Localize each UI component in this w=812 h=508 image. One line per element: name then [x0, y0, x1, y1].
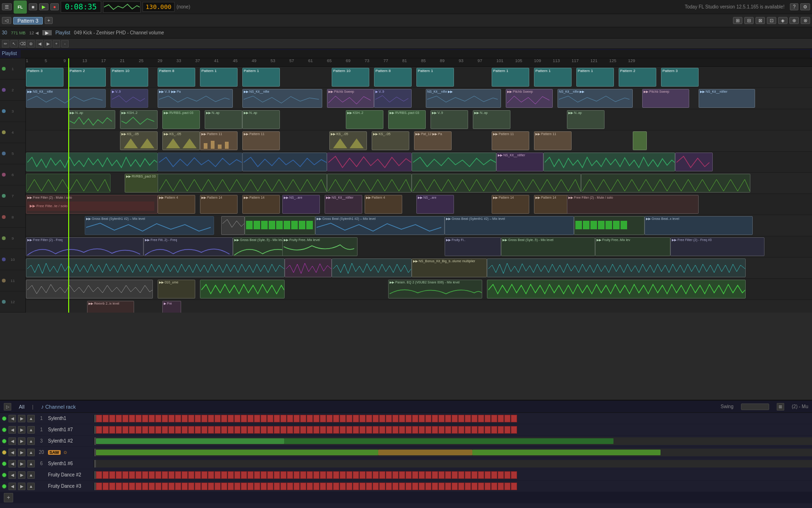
- track-dot-7[interactable]: [2, 194, 6, 198]
- pattern-block[interactable]: ▶▶ Fruity Free..Mix lev: [595, 237, 670, 256]
- seq-step[interactable]: [247, 415, 254, 422]
- seq-step[interactable]: [103, 426, 109, 434]
- seq-step[interactable]: [267, 483, 273, 490]
- seq-step[interactable]: [116, 415, 122, 422]
- channel-rack-all[interactable]: All: [19, 404, 24, 410]
- seq-step[interactable]: [386, 483, 392, 490]
- channel-seq-3[interactable]: [94, 435, 812, 446]
- seq-step[interactable]: [458, 471, 464, 479]
- seq-step[interactable]: [511, 471, 517, 479]
- seq-step[interactable]: [109, 426, 115, 434]
- track-dot-9[interactable]: [2, 236, 6, 240]
- pattern-block[interactable]: ▶▶ NS_Kit__nlifier: [496, 153, 543, 171]
- seq-step[interactable]: [392, 483, 398, 490]
- seq-step[interactable]: [247, 483, 254, 490]
- channel-mute-6[interactable]: ◀: [8, 471, 16, 479]
- seq-step[interactable]: [155, 426, 161, 434]
- channel-rack-options[interactable]: ⊞: [777, 403, 784, 411]
- pattern-block[interactable]: ▶▶ Pattern 4: [158, 195, 195, 214]
- pattern-block[interactable]: ▶▶ KS_..05: [372, 131, 409, 150]
- pattern-block[interactable]: ▶▶ Gross Beat (Syle..5) - Mix level: [501, 237, 595, 256]
- seq-step[interactable]: [294, 415, 300, 422]
- seq-step[interactable]: [333, 483, 339, 490]
- seq-step[interactable]: [412, 415, 418, 422]
- seq-step[interactable]: [412, 471, 418, 479]
- seq-step[interactable]: [188, 471, 194, 479]
- channel-name-6[interactable]: Fruity Dance #2: [48, 472, 92, 477]
- seq-step[interactable]: [353, 471, 359, 479]
- seq-step[interactable]: [478, 426, 484, 434]
- seq-step[interactable]: [366, 415, 372, 422]
- seq-step[interactable]: [300, 426, 306, 434]
- seq-step[interactable]: [452, 471, 458, 479]
- pattern-block[interactable]: [487, 258, 746, 277]
- seq-step[interactable]: [122, 426, 128, 434]
- seq-step[interactable]: [116, 483, 122, 490]
- seq-step[interactable]: [208, 415, 214, 422]
- seq-step[interactable]: [373, 415, 379, 422]
- seq-step[interactable]: [221, 483, 227, 490]
- seq-step[interactable]: [168, 471, 175, 479]
- pattern-block[interactable]: [633, 131, 647, 150]
- seq-step[interactable]: [103, 483, 109, 490]
- seq-step[interactable]: [155, 483, 161, 490]
- seq-step[interactable]: [103, 471, 109, 479]
- pattern-block[interactable]: ▶▶ V..9 ▶▶ Pa: [158, 89, 233, 108]
- pattern-block[interactable]: Pattern 1: [576, 68, 614, 87]
- channel-led-3[interactable]: [2, 439, 7, 443]
- seq-step[interactable]: [168, 415, 175, 422]
- pattern-block[interactable]: [158, 153, 242, 171]
- toolbar-tool-6[interactable]: ⊕: [789, 17, 799, 24]
- seq-step[interactable]: [432, 471, 438, 479]
- seq-step[interactable]: [155, 415, 161, 422]
- seq-step[interactable]: [300, 471, 306, 479]
- pattern-selector[interactable]: Pattern 3: [13, 17, 43, 24]
- seq-step[interactable]: [392, 471, 398, 479]
- seq-step[interactable]: [491, 426, 497, 434]
- pattern-next[interactable]: +: [45, 17, 53, 24]
- tool-select[interactable]: ↖: [10, 40, 18, 48]
- seq-step[interactable]: [366, 426, 372, 434]
- seq-step[interactable]: [201, 483, 207, 490]
- pattern-block[interactable]: ▶▶ Fruity Fi..: [445, 237, 501, 256]
- pattern-block[interactable]: [412, 174, 581, 193]
- seq-step[interactable]: [129, 426, 135, 434]
- seq-step[interactable]: [320, 471, 326, 479]
- pattern-block[interactable]: [543, 153, 675, 171]
- channel-led-1[interactable]: [2, 416, 7, 421]
- pattern-block[interactable]: ▶▶ V..9: [430, 110, 468, 129]
- new-pattern-button[interactable]: ◁: [2, 17, 11, 24]
- pattern-block[interactable]: Pattern 2: [619, 68, 656, 87]
- pattern-block[interactable]: ▶▶ NS_Kit__nlifier: [325, 195, 362, 214]
- seq-step[interactable]: [419, 471, 425, 479]
- pattern-block[interactable]: [285, 258, 332, 277]
- seq-step[interactable]: [208, 426, 214, 434]
- pattern-block[interactable]: ▶▶ N..ap: [473, 110, 510, 129]
- help-button[interactable]: ?: [790, 3, 798, 10]
- seq-step[interactable]: [458, 426, 464, 434]
- seq-step[interactable]: [419, 415, 425, 422]
- seq-step[interactable]: [340, 426, 346, 434]
- seq-step[interactable]: [228, 426, 234, 434]
- seq-step[interactable]: [307, 471, 313, 479]
- channel-led-4[interactable]: [2, 450, 7, 455]
- seq-step[interactable]: [122, 415, 128, 422]
- seq-step[interactable]: [254, 426, 260, 434]
- pattern-block[interactable]: ▶▶ Pitchb Sweep: [327, 89, 374, 108]
- pattern-block[interactable]: ▶▶ NS_Kit__nlifier: [699, 89, 755, 108]
- seq-step[interactable]: [419, 483, 425, 490]
- seq-step[interactable]: [491, 483, 497, 490]
- seq-step[interactable]: [274, 483, 280, 490]
- seq-step[interactable]: [267, 426, 273, 434]
- channel-up-5[interactable]: ▲: [27, 460, 35, 468]
- pattern-block[interactable]: [26, 153, 158, 171]
- channel-mute-3[interactable]: ◀: [8, 437, 16, 445]
- seq-step[interactable]: [294, 483, 300, 490]
- pattern-block[interactable]: [245, 216, 315, 235]
- seq-step[interactable]: [320, 483, 326, 490]
- seq-step[interactable]: [254, 483, 260, 490]
- seq-step[interactable]: [208, 483, 214, 490]
- seq-step[interactable]: [333, 415, 339, 422]
- seq-step[interactable]: [287, 426, 293, 434]
- seq-step[interactable]: [498, 471, 504, 479]
